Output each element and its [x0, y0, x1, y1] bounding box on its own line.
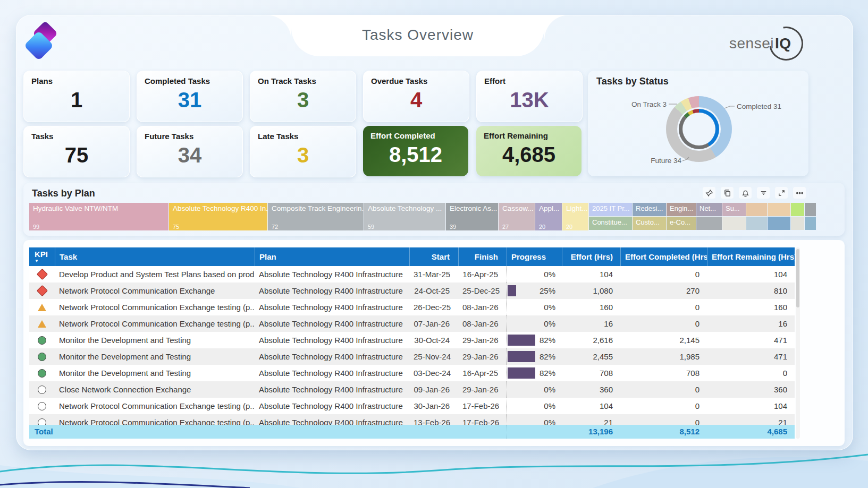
- treemap-tile[interactable]: Hydraulic Valve NTW/NTM 99: [29, 203, 168, 230]
- kpi-card-effort-completed[interactable]: Effort Completed 8,512: [363, 126, 468, 176]
- task-cell: Network Protocol Communication Exchange: [55, 282, 255, 299]
- table-row[interactable]: Monitor the Development and Testing Abso…: [29, 332, 795, 348]
- pin-icon[interactable]: [703, 187, 715, 199]
- treemap-tile[interactable]: Custo...: [633, 217, 666, 230]
- scrollbar-thumb[interactable]: [796, 249, 799, 307]
- kpi-card-late-tasks[interactable]: Late Tasks 3: [250, 126, 356, 177]
- effort-completed-cell: 0: [620, 315, 707, 332]
- column-header-effort-remaining[interactable]: Effort Remaining (Hrs): [707, 247, 795, 266]
- table-row[interactable]: Close Network Connection Exchange Absolu…: [29, 381, 795, 398]
- kpi-label: Overdue Tasks: [371, 76, 427, 85]
- treemap-tile[interactable]: Appl... 20: [535, 203, 562, 230]
- finish-cell: 08-Jan-26: [458, 299, 507, 315]
- title-ribbon: Tasks Overview: [291, 15, 544, 56]
- progress-cell: 0%: [544, 385, 555, 394]
- column-header-effort-completed[interactable]: Effort Completed (Hrs): [620, 247, 707, 266]
- treemap-tile[interactable]: Constitue...: [589, 217, 632, 230]
- treemap-tile[interactable]: Redesi...: [633, 203, 666, 216]
- kpi-card-tasks[interactable]: Tasks 75: [23, 126, 130, 177]
- treemap-tile[interactable]: [791, 217, 804, 230]
- table-row[interactable]: Network Protocol Communication Exchange …: [29, 282, 795, 299]
- kpi-card-on-track-tasks[interactable]: On Track Tasks 3: [250, 71, 356, 122]
- column-header-effort[interactable]: Effort (Hrs): [562, 247, 620, 266]
- column-header-finish[interactable]: Finish: [458, 247, 507, 266]
- status-donut-chart[interactable]: [666, 96, 732, 162]
- kpi-card-overdue-tasks[interactable]: Overdue Tasks 4: [363, 71, 469, 122]
- treemap-tile[interactable]: [696, 217, 722, 230]
- treemap-tile[interactable]: Absolute Technology R400 In... 75: [169, 203, 267, 230]
- treemap-tile[interactable]: Composite Track Engineerin... 72: [268, 203, 364, 230]
- treemap-tile[interactable]: [746, 217, 767, 230]
- task-cell: Network Protocol Communication Exchange …: [55, 315, 255, 332]
- treemap-tile[interactable]: Su...: [722, 203, 746, 216]
- column-header-kpi[interactable]: KPI▼: [29, 247, 55, 266]
- kpi-label: On Track Tasks: [258, 76, 316, 85]
- table-scrollbar[interactable]: [796, 247, 800, 439]
- effort-cell: 2,455: [562, 348, 620, 365]
- column-header-start[interactable]: Start: [409, 247, 458, 266]
- table-row[interactable]: Network Protocol Communication Exchange …: [29, 315, 795, 332]
- kpi-label: Effort Remaining: [484, 131, 548, 140]
- plan-cell: Absolute Technology R400 Infrastructure: [255, 414, 409, 425]
- table-row[interactable]: Develop Product and System Test Plans ba…: [29, 266, 795, 282]
- treemap-tile[interactable]: [805, 217, 816, 230]
- kpi-card-plans[interactable]: Plans 1: [23, 71, 130, 122]
- kpi-value: 1: [24, 88, 129, 112]
- kpi-future-circle-icon: [38, 386, 46, 394]
- treemap-tile[interactable]: Engin...: [667, 203, 696, 216]
- kpi-card-effort[interactable]: Effort 13K: [476, 71, 583, 122]
- tasks-by-status-panel[interactable]: Tasks by Status On Track 3 Completed 31 …: [588, 71, 808, 176]
- treemap-tile[interactable]: Cassow... 27: [499, 203, 535, 230]
- column-header-plan[interactable]: Plan: [255, 247, 409, 266]
- treemap-tile[interactable]: 2025 IT Pr...: [589, 203, 632, 216]
- table-row[interactable]: Monitor the Development and Testing Abso…: [29, 365, 795, 381]
- treemap-tile[interactable]: e-Co...: [667, 217, 696, 230]
- treemap-tile[interactable]: [791, 203, 804, 216]
- copy-icon[interactable]: [721, 187, 734, 199]
- plan-cell: Absolute Technology R400 Infrastructure: [255, 365, 409, 381]
- alert-bell-icon[interactable]: [739, 187, 752, 199]
- effort-remaining-cell: 104: [707, 266, 795, 282]
- kpi-card-completed-tasks[interactable]: Completed Tasks 31: [137, 71, 243, 122]
- kpi-card-future-tasks[interactable]: Future Tasks 34: [137, 126, 243, 177]
- callout-future: Future 34: [643, 157, 681, 165]
- finish-cell: 08-Jan-26: [458, 315, 507, 332]
- progress-cell: 82%: [540, 336, 555, 345]
- start-cell: 24-Oct-25: [409, 282, 458, 299]
- treemap-tile[interactable]: [805, 203, 816, 216]
- treemap-tile[interactable]: Net...: [696, 203, 722, 216]
- tasks-by-plan-panel: Tasks by Plan Hydraulic Valve NTW/NTM 99…: [23, 183, 845, 236]
- progress-cell: 0%: [544, 303, 555, 312]
- treemap-tile[interactable]: [746, 203, 767, 216]
- column-header-task[interactable]: Task: [55, 247, 255, 266]
- total-effort: 13,196: [562, 425, 620, 439]
- progress-bar: [508, 367, 535, 379]
- start-cell: 31-Mar-25: [409, 266, 458, 282]
- progress-cell: 25%: [540, 286, 555, 295]
- kpi-future-circle-icon: [38, 402, 46, 410]
- kpi-overdue-diamond-icon: [36, 269, 47, 280]
- column-header-progress[interactable]: Progress: [507, 247, 562, 266]
- table-row[interactable]: Network Protocol Communication Exchange …: [29, 414, 795, 425]
- kpi-value: 4,685: [476, 143, 582, 167]
- table-row[interactable]: Network Protocol Communication Exchange …: [29, 398, 795, 414]
- kpi-card-effort-remaining[interactable]: Effort Remaining 4,685: [476, 126, 582, 176]
- treemap-tile[interactable]: [768, 203, 790, 216]
- kpi-late-triangle-icon: [38, 304, 46, 311]
- filter-icon[interactable]: [757, 187, 770, 199]
- treemap-tile[interactable]: [768, 217, 790, 230]
- senseiiq-logo: sensei IQ: [729, 30, 791, 57]
- table-row[interactable]: Monitor the Development and Testing Abso…: [29, 348, 795, 365]
- progress-bar: [508, 351, 535, 362]
- tile-label: Light...: [562, 203, 588, 214]
- treemap-tile[interactable]: Electronic As... 39: [446, 203, 498, 230]
- kpi-value: 4: [364, 88, 469, 112]
- treemap-tile[interactable]: Absolute Technology ... 59: [364, 203, 445, 230]
- finish-cell: 16-Apr-25: [458, 365, 507, 381]
- treemap-tile[interactable]: Light... 20: [562, 203, 588, 230]
- treemap-tile[interactable]: [722, 217, 746, 230]
- more-options-icon[interactable]: [793, 187, 806, 199]
- table-row[interactable]: Network Protocol Communication Exchange …: [29, 299, 795, 315]
- dashboard: Tasks Overview sensei IQ Plans 1 Complet…: [0, 0, 868, 488]
- focus-mode-icon[interactable]: [775, 187, 788, 199]
